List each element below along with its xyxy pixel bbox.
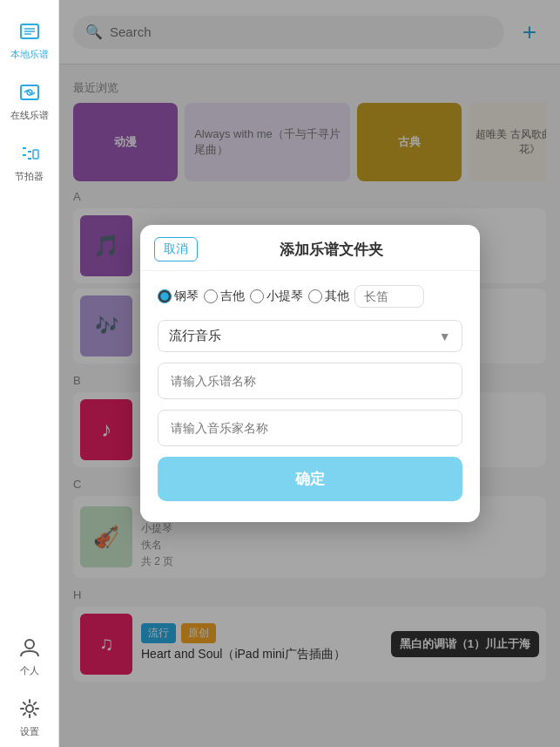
instrument-radio-group: 钢琴 吉他 小提琴 其他 (158, 285, 462, 308)
radio-guitar-label: 吉他 (220, 289, 245, 304)
sidebar-item-local[interactable]: 本地乐谱 (0, 9, 58, 70)
other-instrument-input[interactable] (354, 285, 424, 308)
radio-piano-input[interactable] (158, 289, 172, 303)
sidebar-bottom: 个人 设置 (0, 625, 58, 747)
modal-overlay: 取消 添加乐谱文件夹 钢琴 吉他 小提琴 (59, 0, 560, 747)
radio-piano[interactable]: 钢琴 (158, 289, 199, 304)
svg-point-12 (26, 705, 33, 712)
category-dropdown[interactable]: 流行音乐 ▼ (158, 320, 462, 352)
radio-violin-input[interactable] (250, 289, 264, 303)
chevron-down-icon: ▼ (439, 329, 451, 343)
radio-violin-label: 小提琴 (267, 289, 303, 304)
sidebar-item-online[interactable]: 在线乐谱 (0, 70, 58, 131)
svg-point-11 (25, 640, 34, 649)
radio-other-input[interactable] (308, 289, 322, 303)
sidebar-item-settings[interactable]: 设置 (0, 686, 58, 747)
radio-piano-label: 钢琴 (174, 289, 199, 304)
artist-name-input[interactable] (158, 410, 462, 446)
online-music-icon (16, 78, 44, 106)
settings-icon (16, 695, 44, 723)
dialog-header: 取消 添加乐谱文件夹 (140, 225, 480, 271)
dialog-title: 添加乐谱文件夹 (198, 240, 466, 260)
sidebar-local-label: 本地乐谱 (10, 48, 49, 61)
score-name-input[interactable] (158, 363, 462, 399)
metronome-icon (16, 139, 44, 167)
dropdown-selected-value: 流行音乐 (169, 328, 439, 344)
main-content: 🔍 + 最近浏览 动漫 Always with me（千与千寻片尾曲） 古典 超… (59, 0, 560, 747)
add-folder-dialog: 取消 添加乐谱文件夹 钢琴 吉他 小提琴 (140, 225, 480, 522)
cancel-button[interactable]: 取消 (154, 237, 198, 261)
svg-rect-10 (33, 150, 38, 159)
sidebar-settings-label: 设置 (20, 725, 39, 738)
sidebar-profile-label: 个人 (20, 664, 39, 677)
sidebar: 本地乐谱 在线乐谱 节拍器 (0, 0, 59, 747)
sidebar-item-metronome[interactable]: 节拍器 (0, 131, 58, 192)
radio-guitar-input[interactable] (204, 289, 218, 303)
sidebar-item-profile[interactable]: 个人 (0, 625, 58, 686)
local-music-icon (16, 17, 44, 45)
radio-other[interactable]: 其他 (308, 289, 349, 304)
sidebar-online-label: 在线乐谱 (10, 109, 49, 122)
sidebar-metronome-label: 节拍器 (15, 170, 44, 183)
dialog-body: 钢琴 吉他 小提琴 其他 (140, 271, 480, 446)
radio-other-label: 其他 (325, 289, 349, 304)
radio-violin[interactable]: 小提琴 (250, 289, 303, 304)
profile-icon (16, 634, 44, 662)
confirm-button[interactable]: 确定 (158, 457, 462, 501)
radio-guitar[interactable]: 吉他 (204, 289, 245, 304)
